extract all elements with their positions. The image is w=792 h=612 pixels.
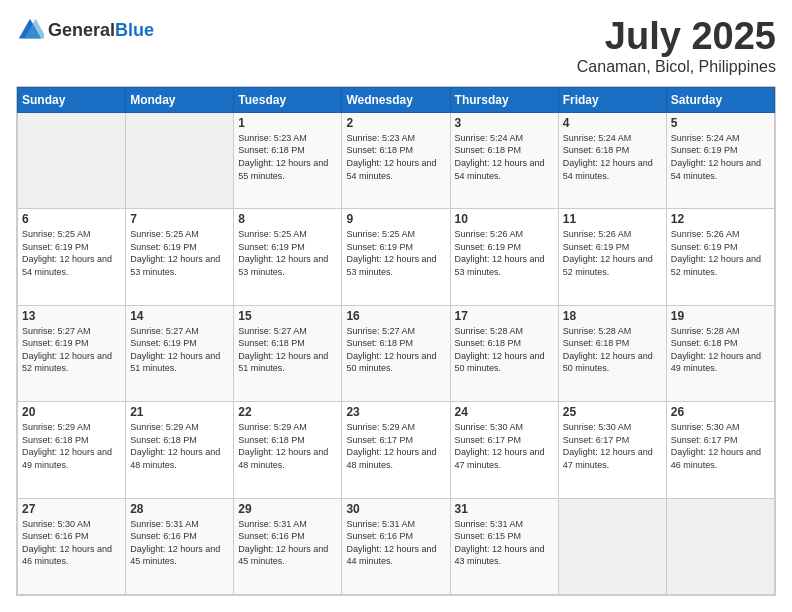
day-info: Sunrise: 5:25 AMSunset: 6:19 PMDaylight:…	[346, 228, 445, 278]
day-info: Sunrise: 5:27 AMSunset: 6:18 PMDaylight:…	[238, 325, 337, 375]
day-info: Sunrise: 5:28 AMSunset: 6:18 PMDaylight:…	[671, 325, 770, 375]
calendar-header: Sunday Monday Tuesday Wednesday Thursday…	[18, 87, 775, 112]
day-number: 11	[563, 212, 662, 226]
day-number: 21	[130, 405, 229, 419]
day-number: 7	[130, 212, 229, 226]
day-number: 29	[238, 502, 337, 516]
calendar-cell: 30Sunrise: 5:31 AMSunset: 6:16 PMDayligh…	[342, 498, 450, 594]
logo-icon	[16, 16, 44, 44]
day-number: 22	[238, 405, 337, 419]
header-saturday: Saturday	[666, 87, 774, 112]
calendar-table: Sunday Monday Tuesday Wednesday Thursday…	[17, 87, 775, 595]
day-number: 10	[455, 212, 554, 226]
day-info: Sunrise: 5:26 AMSunset: 6:19 PMDaylight:…	[671, 228, 770, 278]
header-sunday: Sunday	[18, 87, 126, 112]
calendar-week-1: 1Sunrise: 5:23 AMSunset: 6:18 PMDaylight…	[18, 112, 775, 208]
header-friday: Friday	[558, 87, 666, 112]
calendar-cell: 21Sunrise: 5:29 AMSunset: 6:18 PMDayligh…	[126, 402, 234, 498]
calendar-cell: 10Sunrise: 5:26 AMSunset: 6:19 PMDayligh…	[450, 209, 558, 305]
day-number: 26	[671, 405, 770, 419]
day-info: Sunrise: 5:26 AMSunset: 6:19 PMDaylight:…	[563, 228, 662, 278]
header-right: July 2025 Canaman, Bicol, Philippines	[577, 16, 776, 76]
calendar-cell: 9Sunrise: 5:25 AMSunset: 6:19 PMDaylight…	[342, 209, 450, 305]
day-number: 31	[455, 502, 554, 516]
calendar-cell: 25Sunrise: 5:30 AMSunset: 6:17 PMDayligh…	[558, 402, 666, 498]
day-number: 5	[671, 116, 770, 130]
calendar-cell: 27Sunrise: 5:30 AMSunset: 6:16 PMDayligh…	[18, 498, 126, 594]
calendar-cell	[126, 112, 234, 208]
page: GeneralBlue July 2025 Canaman, Bicol, Ph…	[0, 0, 792, 612]
day-info: Sunrise: 5:30 AMSunset: 6:17 PMDaylight:…	[671, 421, 770, 471]
day-number: 14	[130, 309, 229, 323]
month-title: July 2025	[577, 16, 776, 58]
day-info: Sunrise: 5:29 AMSunset: 6:18 PMDaylight:…	[22, 421, 121, 471]
day-info: Sunrise: 5:25 AMSunset: 6:19 PMDaylight:…	[22, 228, 121, 278]
calendar-cell: 31Sunrise: 5:31 AMSunset: 6:15 PMDayligh…	[450, 498, 558, 594]
day-number: 28	[130, 502, 229, 516]
day-number: 9	[346, 212, 445, 226]
day-number: 24	[455, 405, 554, 419]
day-number: 17	[455, 309, 554, 323]
calendar-cell: 24Sunrise: 5:30 AMSunset: 6:17 PMDayligh…	[450, 402, 558, 498]
calendar-week-2: 6Sunrise: 5:25 AMSunset: 6:19 PMDaylight…	[18, 209, 775, 305]
calendar-cell: 29Sunrise: 5:31 AMSunset: 6:16 PMDayligh…	[234, 498, 342, 594]
calendar-week-4: 20Sunrise: 5:29 AMSunset: 6:18 PMDayligh…	[18, 402, 775, 498]
calendar-cell: 12Sunrise: 5:26 AMSunset: 6:19 PMDayligh…	[666, 209, 774, 305]
day-info: Sunrise: 5:27 AMSunset: 6:19 PMDaylight:…	[22, 325, 121, 375]
day-number: 6	[22, 212, 121, 226]
calendar-cell: 11Sunrise: 5:26 AMSunset: 6:19 PMDayligh…	[558, 209, 666, 305]
calendar-cell: 19Sunrise: 5:28 AMSunset: 6:18 PMDayligh…	[666, 305, 774, 401]
calendar-cell	[666, 498, 774, 594]
calendar-cell: 20Sunrise: 5:29 AMSunset: 6:18 PMDayligh…	[18, 402, 126, 498]
day-info: Sunrise: 5:30 AMSunset: 6:17 PMDaylight:…	[563, 421, 662, 471]
calendar-cell: 2Sunrise: 5:23 AMSunset: 6:18 PMDaylight…	[342, 112, 450, 208]
day-number: 8	[238, 212, 337, 226]
day-number: 18	[563, 309, 662, 323]
calendar-cell: 22Sunrise: 5:29 AMSunset: 6:18 PMDayligh…	[234, 402, 342, 498]
day-info: Sunrise: 5:26 AMSunset: 6:19 PMDaylight:…	[455, 228, 554, 278]
day-info: Sunrise: 5:24 AMSunset: 6:18 PMDaylight:…	[455, 132, 554, 182]
day-number: 19	[671, 309, 770, 323]
header: GeneralBlue July 2025 Canaman, Bicol, Ph…	[16, 16, 776, 76]
day-info: Sunrise: 5:24 AMSunset: 6:18 PMDaylight:…	[563, 132, 662, 182]
calendar-week-5: 27Sunrise: 5:30 AMSunset: 6:16 PMDayligh…	[18, 498, 775, 594]
days-header-row: Sunday Monday Tuesday Wednesday Thursday…	[18, 87, 775, 112]
day-number: 3	[455, 116, 554, 130]
day-number: 23	[346, 405, 445, 419]
day-info: Sunrise: 5:25 AMSunset: 6:19 PMDaylight:…	[130, 228, 229, 278]
day-number: 13	[22, 309, 121, 323]
day-info: Sunrise: 5:23 AMSunset: 6:18 PMDaylight:…	[238, 132, 337, 182]
day-info: Sunrise: 5:24 AMSunset: 6:19 PMDaylight:…	[671, 132, 770, 182]
calendar-cell	[18, 112, 126, 208]
header-thursday: Thursday	[450, 87, 558, 112]
day-info: Sunrise: 5:30 AMSunset: 6:16 PMDaylight:…	[22, 518, 121, 568]
calendar-cell: 28Sunrise: 5:31 AMSunset: 6:16 PMDayligh…	[126, 498, 234, 594]
calendar-cell: 15Sunrise: 5:27 AMSunset: 6:18 PMDayligh…	[234, 305, 342, 401]
day-info: Sunrise: 5:27 AMSunset: 6:18 PMDaylight:…	[346, 325, 445, 375]
location-title: Canaman, Bicol, Philippines	[577, 58, 776, 76]
calendar-cell: 3Sunrise: 5:24 AMSunset: 6:18 PMDaylight…	[450, 112, 558, 208]
calendar-cell: 1Sunrise: 5:23 AMSunset: 6:18 PMDaylight…	[234, 112, 342, 208]
day-info: Sunrise: 5:31 AMSunset: 6:16 PMDaylight:…	[130, 518, 229, 568]
calendar-cell: 16Sunrise: 5:27 AMSunset: 6:18 PMDayligh…	[342, 305, 450, 401]
day-info: Sunrise: 5:27 AMSunset: 6:19 PMDaylight:…	[130, 325, 229, 375]
day-info: Sunrise: 5:29 AMSunset: 6:17 PMDaylight:…	[346, 421, 445, 471]
day-number: 4	[563, 116, 662, 130]
calendar-cell: 18Sunrise: 5:28 AMSunset: 6:18 PMDayligh…	[558, 305, 666, 401]
day-number: 15	[238, 309, 337, 323]
day-info: Sunrise: 5:28 AMSunset: 6:18 PMDaylight:…	[455, 325, 554, 375]
day-info: Sunrise: 5:23 AMSunset: 6:18 PMDaylight:…	[346, 132, 445, 182]
day-info: Sunrise: 5:29 AMSunset: 6:18 PMDaylight:…	[238, 421, 337, 471]
calendar-cell: 4Sunrise: 5:24 AMSunset: 6:18 PMDaylight…	[558, 112, 666, 208]
calendar-week-3: 13Sunrise: 5:27 AMSunset: 6:19 PMDayligh…	[18, 305, 775, 401]
calendar-cell: 8Sunrise: 5:25 AMSunset: 6:19 PMDaylight…	[234, 209, 342, 305]
day-number: 1	[238, 116, 337, 130]
calendar-cell: 14Sunrise: 5:27 AMSunset: 6:19 PMDayligh…	[126, 305, 234, 401]
logo-blue: Blue	[115, 20, 154, 40]
day-info: Sunrise: 5:31 AMSunset: 6:16 PMDaylight:…	[238, 518, 337, 568]
calendar-cell: 13Sunrise: 5:27 AMSunset: 6:19 PMDayligh…	[18, 305, 126, 401]
calendar-cell: 5Sunrise: 5:24 AMSunset: 6:19 PMDaylight…	[666, 112, 774, 208]
calendar: Sunday Monday Tuesday Wednesday Thursday…	[16, 86, 776, 596]
day-info: Sunrise: 5:30 AMSunset: 6:17 PMDaylight:…	[455, 421, 554, 471]
logo: GeneralBlue	[16, 16, 154, 44]
